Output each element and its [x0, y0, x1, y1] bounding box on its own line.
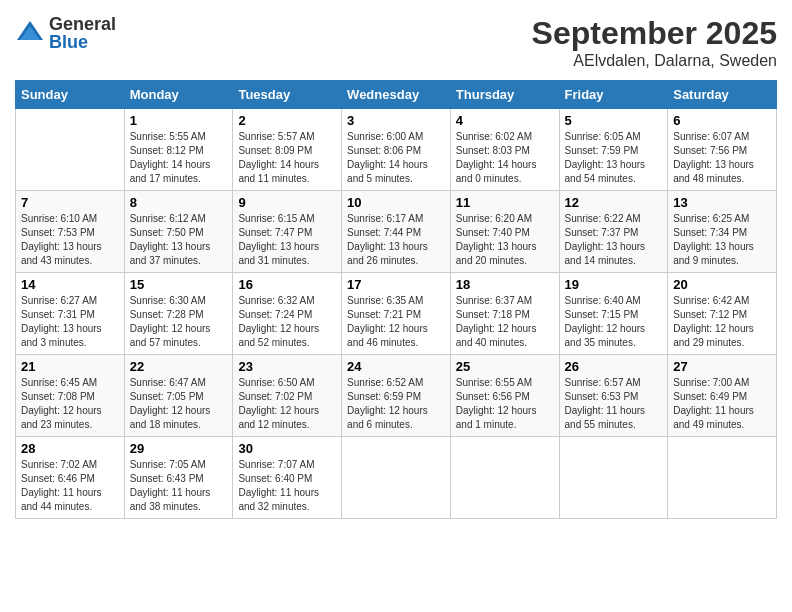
week-row-5: 28Sunrise: 7:02 AM Sunset: 6:46 PM Dayli… — [16, 437, 777, 519]
day-info: Sunrise: 6:15 AM Sunset: 7:47 PM Dayligh… — [238, 212, 336, 268]
calendar-cell: 15Sunrise: 6:30 AM Sunset: 7:28 PM Dayli… — [124, 273, 233, 355]
day-info: Sunrise: 5:55 AM Sunset: 8:12 PM Dayligh… — [130, 130, 228, 186]
column-header-saturday: Saturday — [668, 81, 777, 109]
calendar-cell: 19Sunrise: 6:40 AM Sunset: 7:15 PM Dayli… — [559, 273, 668, 355]
day-number: 20 — [673, 277, 771, 292]
day-number: 4 — [456, 113, 554, 128]
day-info: Sunrise: 7:00 AM Sunset: 6:49 PM Dayligh… — [673, 376, 771, 432]
day-info: Sunrise: 6:30 AM Sunset: 7:28 PM Dayligh… — [130, 294, 228, 350]
calendar-cell: 29Sunrise: 7:05 AM Sunset: 6:43 PM Dayli… — [124, 437, 233, 519]
day-number: 17 — [347, 277, 445, 292]
title-block: September 2025 AElvdalen, Dalarna, Swede… — [532, 15, 777, 70]
calendar-cell: 13Sunrise: 6:25 AM Sunset: 7:34 PM Dayli… — [668, 191, 777, 273]
calendar-cell: 17Sunrise: 6:35 AM Sunset: 7:21 PM Dayli… — [342, 273, 451, 355]
calendar-cell: 5Sunrise: 6:05 AM Sunset: 7:59 PM Daylig… — [559, 109, 668, 191]
day-info: Sunrise: 6:47 AM Sunset: 7:05 PM Dayligh… — [130, 376, 228, 432]
day-info: Sunrise: 6:07 AM Sunset: 7:56 PM Dayligh… — [673, 130, 771, 186]
logo-text: General Blue — [49, 15, 116, 51]
day-number: 13 — [673, 195, 771, 210]
day-info: Sunrise: 6:25 AM Sunset: 7:34 PM Dayligh… — [673, 212, 771, 268]
day-number: 3 — [347, 113, 445, 128]
month-title: September 2025 — [532, 15, 777, 52]
day-info: Sunrise: 6:12 AM Sunset: 7:50 PM Dayligh… — [130, 212, 228, 268]
calendar-cell — [559, 437, 668, 519]
day-info: Sunrise: 6:35 AM Sunset: 7:21 PM Dayligh… — [347, 294, 445, 350]
day-number: 28 — [21, 441, 119, 456]
day-number: 15 — [130, 277, 228, 292]
column-header-monday: Monday — [124, 81, 233, 109]
calendar-cell: 2Sunrise: 5:57 AM Sunset: 8:09 PM Daylig… — [233, 109, 342, 191]
day-info: Sunrise: 6:22 AM Sunset: 7:37 PM Dayligh… — [565, 212, 663, 268]
day-info: Sunrise: 6:00 AM Sunset: 8:06 PM Dayligh… — [347, 130, 445, 186]
calendar-cell: 25Sunrise: 6:55 AM Sunset: 6:56 PM Dayli… — [450, 355, 559, 437]
calendar-cell: 18Sunrise: 6:37 AM Sunset: 7:18 PM Dayli… — [450, 273, 559, 355]
calendar-table: SundayMondayTuesdayWednesdayThursdayFrid… — [15, 80, 777, 519]
calendar-cell: 16Sunrise: 6:32 AM Sunset: 7:24 PM Dayli… — [233, 273, 342, 355]
calendar-cell: 8Sunrise: 6:12 AM Sunset: 7:50 PM Daylig… — [124, 191, 233, 273]
day-info: Sunrise: 7:02 AM Sunset: 6:46 PM Dayligh… — [21, 458, 119, 514]
day-number: 9 — [238, 195, 336, 210]
day-info: Sunrise: 6:17 AM Sunset: 7:44 PM Dayligh… — [347, 212, 445, 268]
day-number: 19 — [565, 277, 663, 292]
page-header: General Blue September 2025 AElvdalen, D… — [15, 15, 777, 70]
day-info: Sunrise: 7:05 AM Sunset: 6:43 PM Dayligh… — [130, 458, 228, 514]
week-row-2: 7Sunrise: 6:10 AM Sunset: 7:53 PM Daylig… — [16, 191, 777, 273]
day-number: 29 — [130, 441, 228, 456]
column-header-sunday: Sunday — [16, 81, 125, 109]
day-info: Sunrise: 6:10 AM Sunset: 7:53 PM Dayligh… — [21, 212, 119, 268]
day-number: 6 — [673, 113, 771, 128]
day-info: Sunrise: 6:50 AM Sunset: 7:02 PM Dayligh… — [238, 376, 336, 432]
column-header-thursday: Thursday — [450, 81, 559, 109]
calendar-cell: 24Sunrise: 6:52 AM Sunset: 6:59 PM Dayli… — [342, 355, 451, 437]
calendar-cell: 12Sunrise: 6:22 AM Sunset: 7:37 PM Dayli… — [559, 191, 668, 273]
calendar-cell: 23Sunrise: 6:50 AM Sunset: 7:02 PM Dayli… — [233, 355, 342, 437]
day-info: Sunrise: 6:27 AM Sunset: 7:31 PM Dayligh… — [21, 294, 119, 350]
day-info: Sunrise: 6:45 AM Sunset: 7:08 PM Dayligh… — [21, 376, 119, 432]
calendar-cell: 26Sunrise: 6:57 AM Sunset: 6:53 PM Dayli… — [559, 355, 668, 437]
calendar-cell: 27Sunrise: 7:00 AM Sunset: 6:49 PM Dayli… — [668, 355, 777, 437]
calendar-cell — [16, 109, 125, 191]
header-row: SundayMondayTuesdayWednesdayThursdayFrid… — [16, 81, 777, 109]
calendar-cell: 11Sunrise: 6:20 AM Sunset: 7:40 PM Dayli… — [450, 191, 559, 273]
day-number: 10 — [347, 195, 445, 210]
column-header-tuesday: Tuesday — [233, 81, 342, 109]
day-number: 2 — [238, 113, 336, 128]
calendar-cell: 20Sunrise: 6:42 AM Sunset: 7:12 PM Dayli… — [668, 273, 777, 355]
calendar-cell: 30Sunrise: 7:07 AM Sunset: 6:40 PM Dayli… — [233, 437, 342, 519]
day-info: Sunrise: 6:32 AM Sunset: 7:24 PM Dayligh… — [238, 294, 336, 350]
day-number: 24 — [347, 359, 445, 374]
week-row-3: 14Sunrise: 6:27 AM Sunset: 7:31 PM Dayli… — [16, 273, 777, 355]
day-number: 27 — [673, 359, 771, 374]
day-number: 5 — [565, 113, 663, 128]
day-number: 18 — [456, 277, 554, 292]
day-number: 12 — [565, 195, 663, 210]
day-info: Sunrise: 5:57 AM Sunset: 8:09 PM Dayligh… — [238, 130, 336, 186]
day-info: Sunrise: 6:42 AM Sunset: 7:12 PM Dayligh… — [673, 294, 771, 350]
week-row-4: 21Sunrise: 6:45 AM Sunset: 7:08 PM Dayli… — [16, 355, 777, 437]
week-row-1: 1Sunrise: 5:55 AM Sunset: 8:12 PM Daylig… — [16, 109, 777, 191]
day-number: 11 — [456, 195, 554, 210]
day-info: Sunrise: 6:57 AM Sunset: 6:53 PM Dayligh… — [565, 376, 663, 432]
calendar-cell: 28Sunrise: 7:02 AM Sunset: 6:46 PM Dayli… — [16, 437, 125, 519]
calendar-body: 1Sunrise: 5:55 AM Sunset: 8:12 PM Daylig… — [16, 109, 777, 519]
day-number: 23 — [238, 359, 336, 374]
logo-blue-text: Blue — [49, 33, 116, 51]
day-number: 8 — [130, 195, 228, 210]
calendar-cell — [668, 437, 777, 519]
day-info: Sunrise: 6:20 AM Sunset: 7:40 PM Dayligh… — [456, 212, 554, 268]
day-number: 1 — [130, 113, 228, 128]
calendar-cell — [342, 437, 451, 519]
day-info: Sunrise: 6:37 AM Sunset: 7:18 PM Dayligh… — [456, 294, 554, 350]
logo-general: General — [49, 15, 116, 33]
column-header-friday: Friday — [559, 81, 668, 109]
day-number: 26 — [565, 359, 663, 374]
day-info: Sunrise: 6:52 AM Sunset: 6:59 PM Dayligh… — [347, 376, 445, 432]
calendar-cell: 10Sunrise: 6:17 AM Sunset: 7:44 PM Dayli… — [342, 191, 451, 273]
calendar-cell: 9Sunrise: 6:15 AM Sunset: 7:47 PM Daylig… — [233, 191, 342, 273]
location: AElvdalen, Dalarna, Sweden — [532, 52, 777, 70]
day-info: Sunrise: 6:40 AM Sunset: 7:15 PM Dayligh… — [565, 294, 663, 350]
day-number: 25 — [456, 359, 554, 374]
day-number: 22 — [130, 359, 228, 374]
logo: General Blue — [15, 15, 116, 51]
day-number: 30 — [238, 441, 336, 456]
